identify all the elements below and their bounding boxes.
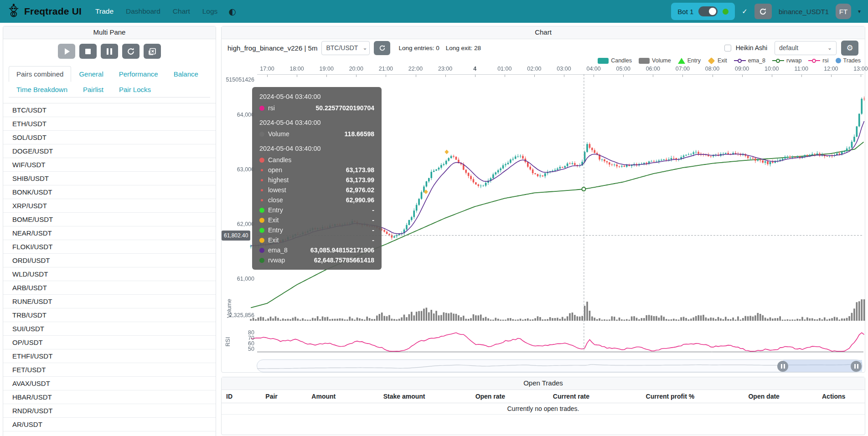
pair-list-item[interactable]: DOGE/USDT [3, 144, 216, 158]
nav-link-trade[interactable]: Trade [95, 7, 114, 15]
datazoom-right-handle[interactable] [851, 361, 862, 372]
legend-item-candles[interactable]: Candles [598, 57, 632, 64]
datazoom-slider[interactable] [257, 359, 863, 372]
pair-list-item[interactable]: BOME/USDT [3, 213, 216, 226]
time-tick-label: 21:00 [373, 66, 398, 72]
legend-item-trades[interactable]: Trades [836, 57, 861, 64]
pair-list-item[interactable]: AR/USDT [3, 418, 216, 431]
series-dot-icon [259, 158, 264, 163]
tooltip-row: Exit- [259, 215, 374, 225]
theme-toggle-icon[interactable]: ◐ [228, 6, 236, 16]
refresh-chart-button[interactable] [374, 41, 390, 55]
open-trades-header-row: IDPairAmountStake amountOpen rateCurrent… [222, 390, 865, 403]
pair-list-item[interactable]: BONK/USDT [3, 185, 216, 199]
nav-link-dashboard[interactable]: Dashboard [126, 7, 160, 15]
series-dot-icon [261, 189, 263, 191]
tooltip-row: Entry- [259, 205, 374, 215]
tooltip-label: open [268, 166, 282, 174]
tooltip-value: 62,976.02 [346, 186, 374, 194]
pair-list-item[interactable]: FLOKI/USDT [3, 240, 216, 254]
pair-list-item[interactable]: ETH/USDT [3, 117, 216, 131]
bot-selector[interactable]: Bot 1 [671, 3, 735, 20]
chart-area: 17:0018:0019:0020:0021:0022:0023:00401:0… [222, 65, 866, 359]
refresh-icon [379, 45, 386, 51]
legend-item-entry[interactable]: Entry [678, 57, 701, 64]
entry-exit-stats: Long entries: 0 Long exit: 28 [398, 45, 481, 51]
price-tick-label: 64,000 [222, 112, 254, 118]
avatar[interactable]: FT [836, 4, 851, 19]
stop-button[interactable] [79, 44, 97, 59]
tooltip-value: 50.22577020190704 [316, 104, 374, 112]
time-tick-label: 09:00 [729, 66, 755, 72]
legend-item-volume[interactable]: Volume [639, 57, 671, 64]
pair-list-item[interactable]: OP/USDT [3, 336, 216, 349]
tooltip-row: close62,990.96 [259, 195, 374, 205]
candles-swatch-icon [598, 58, 609, 64]
column-header-actions[interactable]: Actions [802, 390, 865, 403]
brand[interactable]: Freqtrade UI [7, 4, 82, 19]
tooltip-label: Volume [268, 130, 289, 138]
reload-button[interactable] [754, 4, 772, 19]
legend-item-rvwap[interactable]: rvwap [772, 57, 801, 64]
pair-list-item[interactable]: TRB/USDT [3, 308, 216, 322]
nav-link-chart[interactable]: Chart [173, 7, 190, 15]
pair-list-item[interactable]: SHIB/USDT [3, 172, 216, 185]
no-trades-message: Currently no open trades. [222, 403, 865, 415]
tab-pairlist[interactable]: Pairlist [75, 82, 111, 97]
pair-list-item[interactable]: ETHFI/USDT [3, 349, 216, 363]
tab-pair-locks[interactable]: Pair Locks [111, 82, 159, 97]
start-button[interactable] [58, 44, 75, 59]
pair-list-item[interactable]: WIF/USDT [3, 158, 216, 172]
bot-toggle[interactable] [698, 6, 718, 16]
pair-list-item[interactable]: HBAR/USDT [3, 390, 216, 404]
plot-config-select[interactable]: default ⌄ [775, 41, 837, 55]
column-header-open-rate[interactable]: Open rate [453, 390, 527, 403]
chevron-down-icon: ⌄ [362, 45, 367, 51]
tab-general[interactable]: General [71, 66, 111, 82]
column-header-current-profit--[interactable]: Current profit % [615, 390, 725, 403]
pair-list-item[interactable]: BTC/USDT [3, 103, 216, 117]
pair-list-item[interactable]: SUI/USDT [3, 322, 216, 336]
column-header-pair[interactable]: Pair [251, 390, 292, 403]
heikin-ashi-checkbox[interactable] [724, 45, 731, 51]
tooltip-row: open63,173.98 [259, 165, 374, 175]
navbar: Freqtrade UI TradeDashboardChartLogs ◐ B… [0, 0, 868, 23]
column-header-stake-amount[interactable]: Stake amount [356, 390, 453, 403]
pair-list-item[interactable]: NEAR/USDT [3, 226, 216, 240]
tab-pairs-combined[interactable]: Pairs combined [9, 66, 71, 82]
chevron-down-icon[interactable]: ▾ [858, 8, 861, 15]
tooltip-value: 63,173.98 [346, 166, 374, 174]
tooltip-row: rsi50.22577020190704 [259, 103, 374, 113]
pair-list-item[interactable]: RUNE/USDT [3, 295, 216, 308]
forget-bot-button[interactable] [144, 44, 161, 59]
volume-swatch-icon [639, 58, 650, 64]
column-header-open-date[interactable]: Open date [725, 390, 802, 403]
pair-list-item[interactable]: SOL/USDT [3, 131, 216, 144]
pair-list-item[interactable]: RNDR/USDT [3, 404, 216, 418]
stop-icon [85, 49, 91, 54]
legend-item-rsi[interactable]: rsi [808, 57, 828, 64]
column-header-amount[interactable]: Amount [292, 390, 356, 403]
pair-list-item[interactable]: FET/USDT [3, 363, 216, 377]
plot-settings-button[interactable]: ⚙ [841, 41, 858, 56]
tooltip-section: 2024-05-04 03:40:00rsi50.22577020190704 [259, 93, 374, 113]
pause-button[interactable] [101, 44, 118, 59]
time-tick-label: 20:00 [343, 66, 369, 72]
tab-time-breakdown[interactable]: Time Breakdown [9, 82, 75, 97]
reload-config-button[interactable] [122, 44, 140, 59]
tab-balance[interactable]: Balance [166, 66, 206, 82]
tab-performance[interactable]: Performance [111, 66, 166, 82]
nav-link-logs[interactable]: Logs [202, 7, 218, 15]
pair-list-item[interactable]: ARB/USDT [3, 281, 216, 295]
pair-list-item[interactable]: XRP/USDT [3, 199, 216, 213]
pair-select[interactable]: BTC/USDT ⌄ [321, 41, 370, 55]
pair-list-item[interactable]: WLD/USDT [3, 267, 216, 281]
legend-item-ema_8[interactable]: ema_8 [734, 57, 765, 64]
pair-list-item[interactable]: ORDI/USDT [3, 254, 216, 267]
legend-item-exit[interactable]: Exit [708, 57, 727, 64]
column-header-id[interactable]: ID [222, 390, 251, 403]
datazoom-left-handle[interactable] [777, 361, 788, 372]
pair-list-item[interactable]: AVAX/USDT [3, 377, 216, 390]
series-dot-icon [259, 228, 264, 233]
column-header-current-rate[interactable]: Current rate [527, 390, 615, 403]
